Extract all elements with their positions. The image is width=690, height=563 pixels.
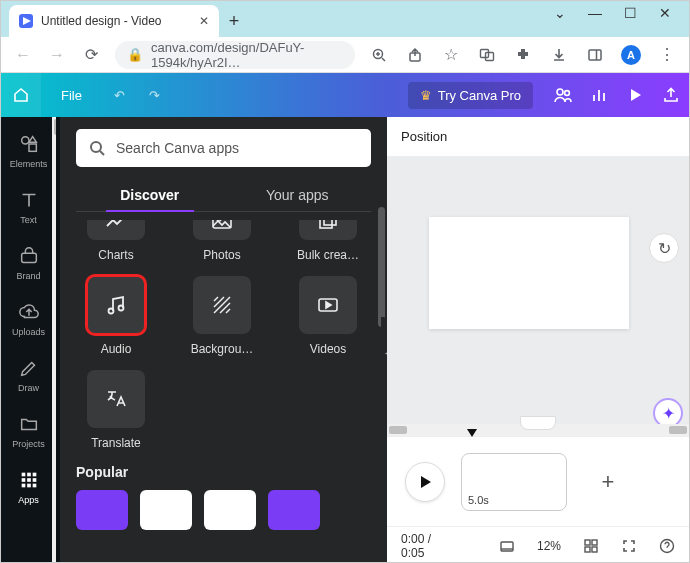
fullscreen-icon[interactable]: [621, 538, 637, 554]
svg-rect-33: [320, 220, 332, 228]
app-charts[interactable]: Charts: [76, 220, 156, 262]
close-tab-icon[interactable]: ✕: [199, 14, 209, 28]
popular-app-1[interactable]: [76, 490, 128, 530]
canva-favicon: [19, 14, 33, 28]
reset-view-icon[interactable]: ↻: [649, 233, 679, 263]
sidebar-item-apps[interactable]: Apps: [1, 459, 56, 515]
tab-title: Untitled design - Video: [41, 14, 162, 28]
app-bulk-create[interactable]: Bulk crea…: [288, 220, 368, 262]
share-button[interactable]: [653, 86, 689, 104]
analytics-icon[interactable]: [581, 86, 617, 104]
zoom-icon[interactable]: [369, 45, 389, 65]
undo-button[interactable]: ↶: [102, 88, 137, 103]
minimize-icon[interactable]: —: [588, 5, 602, 21]
popular-app-3[interactable]: [204, 490, 256, 530]
svg-line-41: [226, 309, 230, 313]
svg-point-36: [119, 306, 124, 311]
chevron-down-icon[interactable]: ⌄: [554, 5, 566, 21]
sidebar-item-brand[interactable]: Brand: [1, 235, 56, 291]
extensions-icon[interactable]: [513, 45, 533, 65]
tab-your-apps[interactable]: Your apps: [224, 179, 372, 211]
status-bar: 0:00 / 0:05 12%: [387, 526, 689, 563]
timeline-clip[interactable]: 5.0s: [461, 453, 567, 511]
charts-icon: [104, 220, 128, 233]
svg-marker-18: [29, 137, 36, 143]
svg-marker-0: [23, 17, 31, 25]
svg-rect-21: [27, 473, 31, 477]
app-audio[interactable]: Audio: [76, 276, 156, 356]
home-button[interactable]: [1, 73, 41, 117]
sidebar-label: Brand: [16, 271, 40, 281]
lock-icon: 🔒: [127, 47, 143, 62]
canvas-toolbar: Position: [387, 117, 689, 157]
svg-rect-23: [21, 478, 25, 482]
app-background[interactable]: Backgrou…: [182, 276, 262, 356]
collaborators-icon[interactable]: [545, 85, 581, 105]
reload-button[interactable]: ⟳: [81, 45, 101, 65]
file-menu[interactable]: File: [41, 88, 102, 103]
playback-time: 0:00 / 0:05: [401, 532, 455, 560]
svg-rect-34: [324, 220, 336, 225]
page-1[interactable]: [429, 217, 629, 329]
sidebar-label: Text: [20, 215, 37, 225]
popular-app-4[interactable]: [268, 490, 320, 530]
star-icon[interactable]: ☆: [441, 45, 461, 65]
popular-row: [76, 490, 371, 530]
app-label: Audio: [101, 342, 132, 356]
svg-rect-22: [32, 473, 36, 477]
notes-icon[interactable]: [499, 538, 515, 554]
app-translate[interactable]: Translate: [76, 370, 156, 450]
profile-avatar[interactable]: A: [621, 45, 641, 65]
search-input[interactable]: Search Canva apps: [76, 129, 371, 167]
svg-rect-26: [21, 484, 25, 488]
stage-hscroll[interactable]: [387, 424, 689, 436]
try-canva-pro-button[interactable]: ♛ Try Canva Pro: [408, 82, 533, 109]
play-button[interactable]: [405, 462, 445, 502]
svg-line-40: [214, 297, 218, 301]
new-tab-button[interactable]: +: [219, 5, 249, 37]
kebab-menu-icon[interactable]: ⋮: [657, 45, 677, 65]
play-preview-button[interactable]: [617, 87, 653, 103]
back-button[interactable]: ←: [13, 45, 33, 65]
downloads-icon[interactable]: [549, 45, 569, 65]
sidebar-label: Uploads: [12, 327, 45, 337]
video-icon: [316, 293, 340, 317]
svg-rect-19: [21, 253, 36, 262]
svg-point-29: [91, 142, 101, 152]
stage[interactable]: ↻ ✦: [387, 157, 689, 436]
svg-point-10: [557, 89, 563, 95]
playhead-icon[interactable]: [467, 429, 477, 437]
add-clip-button[interactable]: +: [583, 453, 633, 511]
app-videos[interactable]: Videos: [288, 276, 368, 356]
grid-view-icon[interactable]: [583, 538, 599, 554]
popular-app-2[interactable]: [140, 490, 192, 530]
address-bar[interactable]: 🔒 canva.com/design/DAFuY-1594k/hyAr2I…: [115, 41, 355, 69]
sidebar-label: Draw: [18, 383, 39, 393]
sidebar-label: Projects: [12, 439, 45, 449]
sidebar-item-text[interactable]: Text: [1, 179, 56, 235]
svg-marker-15: [631, 89, 641, 101]
forward-button[interactable]: →: [47, 45, 67, 65]
share-icon[interactable]: [405, 45, 425, 65]
redo-button[interactable]: ↷: [137, 88, 172, 103]
canva-appbar: File ↶ ↷ ♛ Try Canva Pro: [1, 73, 689, 117]
position-button[interactable]: Position: [401, 129, 447, 144]
app-photos[interactable]: Photos: [182, 220, 262, 262]
sidepanel-icon[interactable]: [585, 45, 605, 65]
zoom-level[interactable]: 12%: [537, 539, 561, 553]
svg-rect-7: [486, 52, 494, 60]
tab-discover[interactable]: Discover: [76, 179, 224, 211]
maximize-icon[interactable]: ☐: [624, 5, 637, 21]
sidebar-item-draw[interactable]: Draw: [1, 347, 56, 403]
translate-extension-icon[interactable]: [477, 45, 497, 65]
sidebar-item-projects[interactable]: Projects: [1, 403, 56, 459]
side-iconbar: Elements Text Brand Uploads Draw Project…: [1, 117, 56, 563]
svg-line-2: [382, 58, 385, 61]
sidebar-item-uploads[interactable]: Uploads: [1, 291, 56, 347]
browser-tab[interactable]: Untitled design - Video ✕: [9, 5, 219, 37]
sidebar-item-elements[interactable]: Elements: [1, 123, 56, 179]
close-window-icon[interactable]: ✕: [659, 5, 671, 21]
popular-heading: Popular: [76, 464, 371, 480]
svg-rect-8: [589, 50, 601, 60]
help-icon[interactable]: [659, 538, 675, 554]
